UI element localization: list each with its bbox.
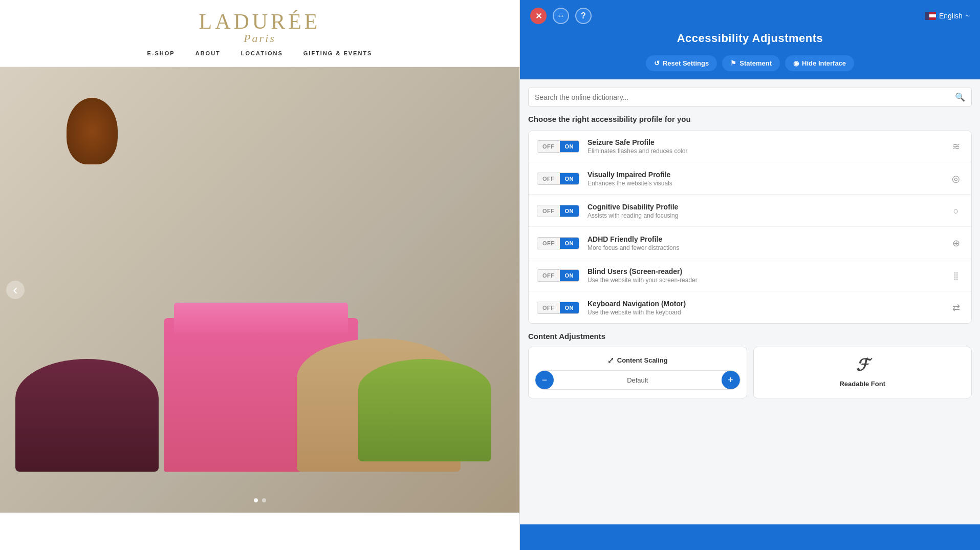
scaling-controls: − Default + bbox=[535, 370, 741, 390]
panel-title-bar: Accessibility Adjustments bbox=[520, 32, 980, 55]
panel-actions: ↺ Reset Settings ⚑ Statement ◉ Hide Inte… bbox=[520, 55, 980, 79]
blind-profile-desc: Use the website with your screen-reader bbox=[587, 277, 945, 284]
carousel-dot-2[interactable] bbox=[262, 498, 266, 502]
panel-header: ✕ ↔ ? English ~ bbox=[520, 0, 980, 32]
seizure-profile-info: Seizure Safe Profile Eliminates flashes … bbox=[587, 138, 945, 155]
cognitive-profile-desc: Assists with reading and focusing bbox=[587, 212, 945, 219]
adhd-profile-info: ADHD Friendly Profile More focus and few… bbox=[587, 235, 945, 251]
panel-body: 🔍 Choose the right accessibility profile… bbox=[520, 79, 980, 524]
adhd-profile-name: ADHD Friendly Profile bbox=[587, 235, 945, 243]
adhd-toggle-on[interactable]: ON bbox=[560, 238, 579, 249]
content-adjustments-grid: ⤢ Content Scaling − Default + ℱ Readable… bbox=[528, 347, 972, 398]
panel-footer bbox=[520, 524, 980, 550]
profiles-section-title: Choose the right accessibility profile f… bbox=[528, 115, 972, 123]
site-logo-sub: Paris bbox=[0, 32, 519, 45]
hide-label: Hide Interface bbox=[802, 59, 846, 67]
profile-item-seizure: OFF ON Seizure Safe Profile Eliminates f… bbox=[529, 131, 971, 162]
adhd-profile-icon: ⊕ bbox=[949, 236, 963, 250]
visually-impaired-toggle-off[interactable]: OFF bbox=[537, 173, 560, 184]
keyboard-toggle-on[interactable]: ON bbox=[560, 302, 579, 313]
seizure-toggle-off[interactable]: OFF bbox=[537, 141, 560, 152]
cognitive-profile-info: Cognitive Disability Profile Assists wit… bbox=[587, 203, 945, 219]
search-button[interactable]: 🔍 bbox=[955, 92, 965, 102]
statement-button[interactable]: ⚑ Statement bbox=[722, 55, 780, 71]
blind-toggle-on[interactable]: ON bbox=[560, 270, 579, 281]
pinecone-decoration bbox=[67, 98, 118, 164]
language-selector[interactable]: English ~ bbox=[925, 12, 970, 20]
seizure-toggle-on[interactable]: ON bbox=[560, 141, 579, 152]
accessibility-panel: ✕ ↔ ? English ~ Accessibility Adjustment… bbox=[519, 0, 980, 550]
blind-toggle-off[interactable]: OFF bbox=[537, 270, 560, 281]
search-bar: 🔍 bbox=[528, 88, 972, 107]
blind-profile-name: Blind Users (Screen-reader) bbox=[587, 267, 945, 276]
language-caret: ~ bbox=[966, 12, 970, 20]
site-header: LADURÉE Paris E-SHOP ABOUT LOCATIONS GIF… bbox=[0, 0, 519, 67]
panel-title: Accessibility Adjustments bbox=[520, 32, 980, 45]
readable-font-icon: ℱ bbox=[856, 355, 869, 375]
cognitive-profile-name: Cognitive Disability Profile bbox=[587, 203, 945, 211]
keyboard-profile-info: Keyboard Navigation (Motor) Use the webs… bbox=[587, 300, 945, 316]
cognitive-profile-icon: ○ bbox=[949, 204, 963, 218]
visually-impaired-toggle-on[interactable]: ON bbox=[560, 173, 579, 184]
blind-profile-info: Blind Users (Screen-reader) Use the webs… bbox=[587, 267, 945, 284]
seizure-profile-name: Seizure Safe Profile bbox=[587, 138, 945, 146]
nav-locations[interactable]: LOCATIONS bbox=[241, 50, 283, 56]
visually-impaired-toggle[interactable]: OFF ON bbox=[537, 173, 579, 185]
profile-item-blind: OFF ON Blind Users (Screen-reader) Use t… bbox=[529, 260, 971, 291]
keyboard-profile-name: Keyboard Navigation (Motor) bbox=[587, 300, 945, 308]
statement-icon: ⚑ bbox=[730, 59, 736, 67]
blind-toggle[interactable]: OFF ON bbox=[537, 269, 579, 282]
panel-header-controls: ✕ ↔ ? bbox=[530, 8, 592, 24]
readable-font-card: ℱ Readable Font bbox=[753, 347, 972, 398]
cake-green bbox=[358, 359, 491, 461]
cake-dark bbox=[15, 359, 159, 472]
hide-interface-button[interactable]: ◉ Hide Interface bbox=[785, 55, 854, 71]
reset-settings-button[interactable]: ↺ Reset Settings bbox=[646, 55, 717, 71]
reset-label: Reset Settings bbox=[663, 59, 709, 67]
keyboard-toggle-off[interactable]: OFF bbox=[537, 302, 560, 313]
profile-item-cognitive: OFF ON Cognitive Disability Profile Assi… bbox=[529, 196, 971, 227]
profile-item-keyboard: OFF ON Keyboard Navigation (Motor) Use t… bbox=[529, 292, 971, 323]
reset-icon: ↺ bbox=[654, 59, 660, 67]
site-nav: E-SHOP ABOUT LOCATIONS GIFTING & EVENTS bbox=[0, 45, 519, 61]
seizure-toggle[interactable]: OFF ON bbox=[537, 140, 579, 153]
visually-impaired-profile-desc: Enhances the website's visuals bbox=[587, 180, 945, 187]
scaling-icon: ⤢ bbox=[607, 355, 614, 365]
nav-about[interactable]: ABOUT bbox=[195, 50, 221, 56]
back-button[interactable]: ↔ bbox=[553, 8, 569, 24]
blind-profile-icon: ⣿ bbox=[949, 268, 963, 283]
carousel-dots bbox=[254, 498, 266, 502]
language-label: English bbox=[939, 12, 963, 20]
keyboard-profile-icon: ⇄ bbox=[949, 301, 963, 315]
carousel-prev-button[interactable]: ‹ bbox=[6, 281, 25, 299]
close-button[interactable]: ✕ bbox=[530, 8, 547, 24]
nav-eshop[interactable]: E-SHOP bbox=[147, 50, 175, 56]
scaling-decrease-button[interactable]: − bbox=[535, 371, 554, 389]
content-adjustments-title: Content Adjustments bbox=[528, 332, 972, 341]
cognitive-toggle[interactable]: OFF ON bbox=[537, 205, 579, 217]
cognitive-toggle-off[interactable]: OFF bbox=[537, 205, 560, 217]
keyboard-toggle[interactable]: OFF ON bbox=[537, 302, 579, 314]
profile-item-adhd: OFF ON ADHD Friendly Profile More focus … bbox=[529, 228, 971, 259]
hero-image: ❄ ‹ bbox=[0, 67, 519, 513]
adhd-toggle[interactable]: OFF ON bbox=[537, 237, 579, 249]
statement-label: Statement bbox=[739, 59, 772, 67]
visually-impaired-profile-icon: ◎ bbox=[949, 172, 963, 186]
profile-list: OFF ON Seizure Safe Profile Eliminates f… bbox=[528, 131, 972, 324]
adhd-toggle-off[interactable]: OFF bbox=[537, 238, 560, 249]
dictionary-search-input[interactable] bbox=[535, 93, 955, 101]
website-area: LADURÉE Paris E-SHOP ABOUT LOCATIONS GIF… bbox=[0, 0, 519, 550]
seizure-profile-desc: Eliminates flashes and reduces color bbox=[587, 147, 945, 155]
scaling-value: Default bbox=[554, 376, 722, 384]
flag-icon bbox=[925, 12, 936, 20]
site-logo: LADURÉE bbox=[0, 9, 519, 34]
scaling-title: Content Scaling bbox=[617, 356, 668, 364]
keyboard-profile-desc: Use the website with the keyboard bbox=[587, 309, 945, 316]
carousel-dot-1[interactable] bbox=[254, 498, 258, 502]
scaling-increase-button[interactable]: + bbox=[722, 371, 740, 389]
content-scaling-card: ⤢ Content Scaling − Default + bbox=[528, 347, 747, 398]
profile-item-visually-impaired: OFF ON Visually Impaired Profile Enhance… bbox=[529, 163, 971, 195]
nav-gifting[interactable]: GIFTING & EVENTS bbox=[303, 50, 373, 56]
help-button[interactable]: ? bbox=[575, 8, 592, 24]
cognitive-toggle-on[interactable]: ON bbox=[560, 205, 579, 217]
